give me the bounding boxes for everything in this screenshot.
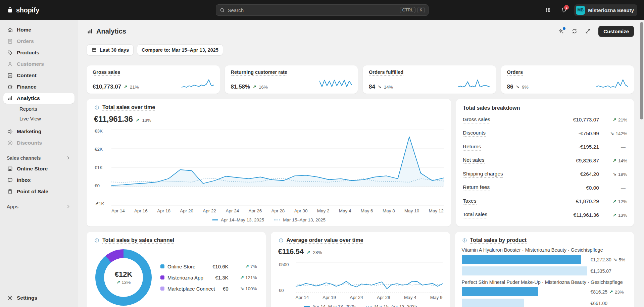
sidebar-item-discounts[interactable]: Discounts: [3, 138, 75, 148]
legend-swatch: [160, 275, 164, 279]
customize-button[interactable]: Customize: [598, 26, 634, 37]
current-period-bar: [462, 287, 539, 296]
kpi-title: Returning customer rate: [231, 69, 287, 76]
kpi-card-orders-fulfilled[interactable]: Orders fulfilled 84 ↘ 14%: [363, 65, 496, 94]
donut-delta: 13%: [121, 280, 131, 285]
x-tick-label: Apr 26: [248, 208, 262, 213]
key-ctrl: CTRL: [400, 7, 416, 13]
x-tick-label: Apr 30: [294, 208, 308, 213]
legend-swatch: [160, 264, 164, 268]
breakdown-link[interactable]: Returns: [463, 144, 481, 151]
expand-icon: [585, 28, 591, 35]
bar-delta: 23%: [615, 290, 624, 295]
breakdown-link[interactable]: Discounts: [463, 130, 486, 137]
point-of-sale-icon: [7, 188, 13, 195]
home-icon: [7, 27, 13, 33]
kpi-card-orders[interactable]: Orders 86 ↘ 9%: [501, 65, 634, 94]
sidebar-item-live-view[interactable]: Live View: [3, 114, 75, 123]
sidebar-item-orders[interactable]: Orders: [3, 36, 75, 47]
date-range-button[interactable]: Last 30 days: [87, 44, 134, 55]
breakdown-link[interactable]: Taxes: [463, 198, 477, 205]
breakdown-row: Gross sales €10,773.07 ↗21%: [463, 114, 627, 126]
sidebar-item-settings[interactable]: Settings: [3, 293, 75, 303]
sidebar-item-marketing[interactable]: Marketing: [3, 126, 75, 137]
scrollbar-thumb[interactable]: [640, 22, 643, 119]
breakdown-link[interactable]: Gross sales: [463, 116, 490, 123]
aov-value: €116.54: [278, 247, 304, 256]
breakdown-link[interactable]: Total sales: [463, 211, 487, 218]
online-store-icon: [7, 165, 13, 172]
page-header: Analytics Customize: [87, 25, 634, 37]
previous-period-bar: [462, 299, 524, 307]
breakdown-row: Return fees €0.00 —: [463, 182, 627, 194]
sales-channels-header[interactable]: Sales channels: [3, 153, 75, 162]
y-axis-labels: €3K€2K€1K€0-€1K: [94, 129, 109, 206]
sidebar-item-customers[interactable]: Customers: [3, 59, 75, 69]
marketing-icon: [7, 128, 13, 135]
apps-grid-button[interactable]: [542, 4, 553, 16]
kpi-card-gross-sales[interactable]: Gross sales €10,773.07 ↗ 21%: [87, 65, 220, 94]
sidebar-item-label: Finance: [17, 84, 37, 90]
kpi-title: Gross sales: [93, 69, 120, 76]
breakdown-link[interactable]: Net sales: [463, 157, 485, 164]
legend-label: Mar 15–Apr 13, 2025: [375, 304, 417, 307]
sidebar-item-analytics[interactable]: Analytics: [3, 93, 75, 104]
no-change-dash: —: [621, 144, 626, 150]
refresh-button[interactable]: [569, 25, 580, 37]
shopify-logo[interactable]: shopify: [7, 6, 39, 14]
breakdown-value: €10,773.07: [573, 117, 599, 123]
breakdown-value: €264.20: [580, 171, 599, 177]
x-tick-label: Apr 20: [180, 208, 193, 213]
x-axis-labels: Apr 14Apr 19Apr 24Apr 29May 4May 9: [296, 295, 443, 300]
x-tick-label: Apr 22: [203, 208, 216, 213]
search-input[interactable]: Search CTRL K: [216, 4, 429, 16]
y-tick-label: €500: [279, 262, 293, 267]
compare-to-button[interactable]: Compare to: Mar 15–Apr 13, 2025: [137, 44, 223, 55]
sparkline-chart: [458, 78, 490, 90]
breakdown-link[interactable]: Return fees: [463, 184, 490, 191]
info-icon[interactable]: [94, 105, 100, 110]
sidebar-item-point-of-sale[interactable]: Point of Sale: [3, 186, 75, 197]
donut-total-value: €12K: [115, 270, 133, 279]
sidebar-item-inbox[interactable]: Inbox: [3, 175, 75, 186]
breakdown-row: Shipping charges €264.20 ↘18%: [463, 168, 627, 181]
legend-item-current: Apr 14–May 13, 2025: [212, 217, 264, 222]
x-tick-label: Apr 14: [111, 208, 125, 213]
sidekick-dot-badge: [563, 27, 565, 30]
x-tick-label: May 4: [339, 208, 351, 213]
breakdown-link[interactable]: Shipping charges: [463, 171, 503, 178]
fullscreen-button[interactable]: [582, 25, 594, 37]
kpi-delta: 14%: [384, 85, 393, 90]
info-icon[interactable]: [278, 238, 284, 243]
breakdown-row: Taxes €1,870.29 ↗12%: [463, 195, 627, 208]
card-title: Total sales breakdown: [463, 104, 627, 113]
previous-period-bar: [462, 266, 587, 275]
store-menu[interactable]: MB Misteriozna Beauty: [574, 4, 637, 16]
info-icon[interactable]: [462, 238, 467, 243]
trend-arrow-icon: ↗: [306, 250, 310, 255]
notification-badge: 1: [564, 5, 569, 10]
sidebar-item-home[interactable]: Home: [3, 24, 75, 35]
breakdown-row: Net sales €9,826.87 ↗14%: [463, 154, 627, 167]
sidekick-button[interactable]: [555, 25, 567, 37]
apps-header[interactable]: Apps: [3, 202, 75, 211]
breakdown-delta: 18%: [618, 172, 627, 177]
sidebar-spacer: [0, 212, 78, 292]
x-tick-label: Apr 19: [323, 295, 336, 300]
sidebar-item-finance[interactable]: Finance: [3, 82, 75, 92]
sales-channel-donut-chart: €12K ↗13%: [95, 249, 152, 306]
trend-arrow-icon: ↗: [612, 199, 616, 204]
kpi-card-returning-customer-rate[interactable]: Returning customer rate 81.58% ↗ 16%: [225, 65, 358, 94]
sidebar-item-content[interactable]: Content: [3, 70, 75, 81]
trend-arrow-icon: ↗: [612, 117, 616, 122]
breakdown-delta: 14%: [618, 158, 627, 163]
info-icon[interactable]: [94, 238, 100, 243]
sidebar-item-products[interactable]: Products: [3, 47, 75, 58]
trend-arrow-icon: ↘: [240, 286, 244, 291]
x-axis-labels: Apr 14Apr 16Apr 18Apr 20Apr 22Apr 24Apr …: [111, 208, 444, 213]
store-name: Misteriozna Beauty: [588, 7, 634, 13]
sidebar-item-reports[interactable]: Reports: [3, 104, 75, 113]
bottom-row: Total sales by sales channel €12K ↗13% O…: [87, 232, 634, 307]
sidebar-item-online-store[interactable]: Online Store: [3, 163, 75, 174]
notifications-button[interactable]: 1: [558, 4, 569, 16]
